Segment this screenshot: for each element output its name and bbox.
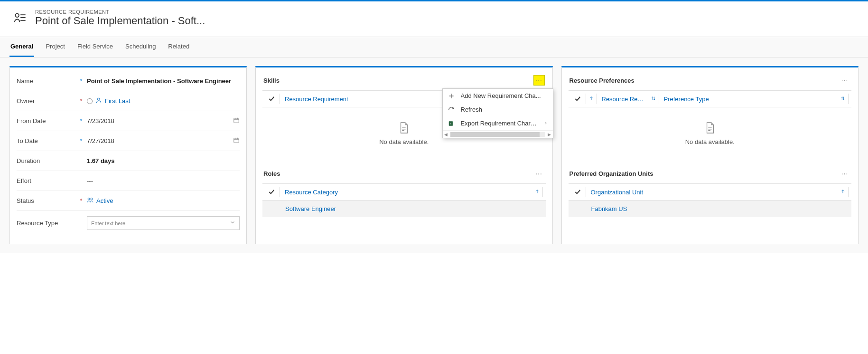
- col-preference-type[interactable]: Preference Type: [660, 96, 839, 103]
- scroll-right-icon[interactable]: ▶: [546, 132, 553, 137]
- tabs-bar: General Project Field Service Scheduling…: [0, 37, 868, 57]
- menu-add-new[interactable]: Add New Requirement Cha...: [443, 89, 553, 103]
- effort-label: Effort: [17, 177, 78, 184]
- duration-label: Duration: [17, 157, 78, 164]
- owner-label: Owner: [17, 97, 78, 105]
- skills-title: Skills: [263, 77, 280, 84]
- required-marker: *: [78, 118, 84, 124]
- general-panel: Name * Point of Sale Implementation - So…: [9, 66, 247, 244]
- sort-updown-icon[interactable]: [649, 96, 658, 103]
- prefs-no-data: No data available.: [569, 107, 852, 150]
- preferences-panel: Resource Preferences ··· Resource Requir…: [561, 66, 859, 244]
- chevron-right-icon: [543, 120, 548, 127]
- status-label: Status: [17, 197, 78, 204]
- todate-label: To Date: [17, 137, 78, 144]
- org-title: Preferred Organization Units: [569, 170, 653, 177]
- resource-type-input[interactable]: Enter text here: [87, 216, 240, 230]
- owner-value[interactable]: First Last: [105, 97, 130, 105]
- menu-refresh[interactable]: Refresh: [443, 103, 553, 116]
- svg-point-13: [88, 198, 90, 200]
- status-value[interactable]: Active: [96, 197, 113, 204]
- field-owner[interactable]: Owner * First Last: [17, 91, 240, 111]
- tab-general[interactable]: General: [9, 37, 34, 57]
- skills-context-menu: Add New Requirement Cha... Refresh x Exp…: [442, 88, 553, 138]
- svg-point-14: [91, 198, 93, 200]
- required-marker: *: [78, 198, 84, 204]
- sort-updown-icon[interactable]: [839, 96, 847, 103]
- field-name[interactable]: Name * Point of Sale Implementation - So…: [17, 71, 240, 91]
- entity-icon: [13, 11, 27, 26]
- scroll-thumb[interactable]: [450, 132, 540, 137]
- prefs-title: Resource Preferences: [569, 77, 635, 84]
- more-icon: ···: [535, 77, 542, 84]
- content-area: Name * Point of Sale Implementation - So…: [0, 57, 868, 253]
- menu-scrollbar[interactable]: ◀ ▶: [443, 130, 553, 138]
- tab-scheduling[interactable]: Scheduling: [124, 37, 157, 57]
- person-icon: [95, 97, 102, 105]
- col-resource-requirement[interactable]: Resource Requir...: [598, 96, 649, 103]
- required-marker: *: [78, 138, 84, 144]
- entity-type-label: RESOURCE REQUIREMENT: [35, 9, 205, 15]
- tab-project[interactable]: Project: [45, 37, 65, 57]
- plus-icon: [448, 93, 455, 99]
- field-duration[interactable]: Duration 1.67 days: [17, 151, 240, 171]
- name-label: Name: [17, 77, 78, 85]
- excel-icon: x: [448, 120, 455, 127]
- prefs-more-button[interactable]: ···: [839, 75, 850, 86]
- skills-more-button[interactable]: ···: [533, 75, 545, 86]
- sort-up-icon[interactable]: [839, 189, 847, 196]
- more-icon: ···: [841, 170, 849, 177]
- scroll-track[interactable]: [450, 132, 545, 137]
- status-icon: [87, 197, 93, 205]
- field-from-date[interactable]: From Date * 7/23/2018: [17, 111, 240, 131]
- field-resource-type[interactable]: Resource Type Enter text here: [17, 211, 240, 235]
- select-all-checkbox[interactable]: [570, 95, 585, 103]
- document-icon: [569, 122, 852, 135]
- todate-value: 7/27/2018: [87, 137, 114, 144]
- scroll-left-icon[interactable]: ◀: [443, 132, 449, 137]
- required-marker: *: [78, 98, 84, 105]
- duration-value: 1.67 days: [87, 157, 240, 164]
- refresh-icon: [448, 106, 455, 113]
- calendar-icon[interactable]: [233, 117, 240, 125]
- effort-value: ---: [87, 177, 240, 184]
- svg-point-0: [15, 13, 19, 17]
- roles-more-button[interactable]: ···: [533, 168, 545, 179]
- select-all-checkbox[interactable]: [264, 95, 279, 103]
- field-status[interactable]: Status * Active: [17, 191, 240, 211]
- col-organizational-unit[interactable]: Organizational Unit: [587, 189, 839, 196]
- roles-row-software-engineer[interactable]: Software Engineer: [262, 201, 546, 217]
- svg-text:x: x: [450, 122, 451, 125]
- tab-related[interactable]: Related: [167, 37, 190, 57]
- select-all-checkbox[interactable]: [264, 188, 279, 196]
- col-resource-category[interactable]: Resource Category: [281, 189, 533, 196]
- field-to-date[interactable]: To Date * 7/27/2018: [17, 131, 240, 151]
- page-title: Point of Sale Implementation - Soft...: [35, 15, 205, 27]
- svg-rect-5: [234, 118, 239, 123]
- chevron-down-icon: [230, 220, 235, 227]
- tab-fieldservice[interactable]: Field Service: [76, 37, 114, 57]
- fromdate-label: From Date: [17, 117, 78, 124]
- svg-rect-9: [234, 138, 239, 143]
- sort-up-icon[interactable]: [587, 96, 596, 103]
- field-effort[interactable]: Effort ---: [17, 171, 240, 191]
- sort-up-icon[interactable]: [533, 189, 541, 196]
- roles-grid-header: Resource Category: [262, 183, 546, 201]
- menu-export[interactable]: x Export Requirement Charac...: [443, 116, 553, 130]
- roles-title: Roles: [263, 170, 280, 177]
- more-icon: ···: [841, 77, 849, 84]
- select-all-checkbox[interactable]: [570, 188, 585, 196]
- page-header: RESOURCE REQUIREMENT Point of Sale Imple…: [0, 1, 868, 37]
- restype-placeholder: Enter text here: [91, 220, 125, 226]
- name-value: Point of Sale Implementation - Software …: [87, 77, 240, 85]
- svg-point-4: [98, 98, 100, 100]
- owner-circle-icon: [87, 98, 93, 104]
- org-grid-header: Organizational Unit: [569, 183, 852, 201]
- org-row-fabrikam[interactable]: Fabrikam US: [569, 201, 852, 217]
- calendar-icon[interactable]: [233, 137, 240, 145]
- fromdate-value: 7/23/2018: [87, 117, 114, 124]
- required-marker: *: [78, 78, 84, 85]
- more-icon: ···: [535, 170, 542, 177]
- restype-label: Resource Type: [17, 220, 78, 227]
- org-more-button[interactable]: ···: [839, 168, 850, 179]
